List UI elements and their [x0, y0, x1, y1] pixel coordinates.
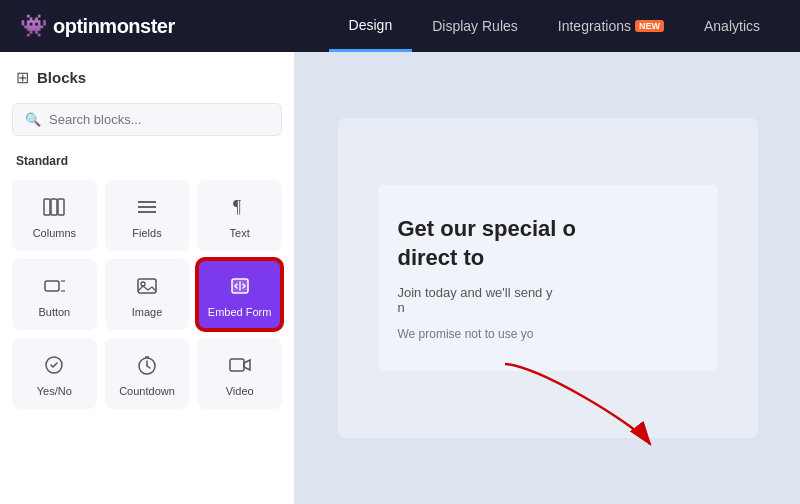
main-layout: ⊞ Blocks 🔍 Standard Columns — [0, 52, 800, 504]
columns-label: Columns — [33, 227, 76, 239]
block-button[interactable]: Button — [12, 259, 97, 330]
canvas-footer-text: We promise not to use yo — [398, 327, 534, 341]
block-yes-no[interactable]: Yes/No — [12, 338, 97, 409]
sidebar: ⊞ Blocks 🔍 Standard Columns — [0, 52, 295, 504]
canvas-heading: Get our special o direct to — [398, 215, 577, 272]
logo-text: optinmonster — [53, 15, 175, 38]
block-fields[interactable]: Fields — [105, 180, 190, 251]
block-text[interactable]: ¶ Text — [197, 180, 282, 251]
countdown-icon — [136, 354, 158, 379]
button-label: Button — [38, 306, 70, 318]
section-label: Standard — [12, 154, 282, 168]
search-input[interactable] — [49, 112, 269, 127]
new-badge: NEW — [635, 20, 664, 32]
svg-text:¶: ¶ — [233, 197, 241, 217]
logo-icon: 👾 — [20, 13, 47, 39]
image-icon — [136, 275, 158, 300]
columns-icon — [43, 196, 65, 221]
video-label: Video — [226, 385, 254, 397]
yes-no-label: Yes/No — [37, 385, 72, 397]
svg-line-17 — [147, 366, 150, 368]
embed-form-icon — [229, 275, 251, 300]
text-label: Text — [230, 227, 250, 239]
canvas-area: Get our special o direct to Join today a… — [295, 52, 800, 504]
video-icon — [229, 354, 251, 379]
yes-no-icon — [43, 354, 65, 379]
tab-analytics[interactable]: Analytics — [684, 0, 780, 52]
svg-rect-2 — [58, 199, 64, 215]
fields-label: Fields — [132, 227, 161, 239]
sidebar-header: ⊞ Blocks — [12, 68, 282, 87]
nav-tabs: Design Display Rules Integrations NEW An… — [329, 0, 780, 52]
svg-rect-19 — [230, 359, 244, 371]
block-video[interactable]: Video — [197, 338, 282, 409]
fields-icon — [136, 196, 158, 221]
block-columns[interactable]: Columns — [12, 180, 97, 251]
blocks-grid: Columns Fields ¶ — [12, 180, 282, 409]
search-icon: 🔍 — [25, 112, 41, 127]
tab-integrations[interactable]: Integrations NEW — [538, 0, 684, 52]
countdown-label: Countdown — [119, 385, 175, 397]
embed-form-label: Embed Form — [208, 306, 272, 318]
button-icon — [43, 275, 65, 300]
svg-rect-7 — [45, 281, 59, 291]
tab-design[interactable]: Design — [329, 0, 413, 52]
text-icon: ¶ — [229, 196, 251, 221]
canvas-content-box: Get our special o direct to Join today a… — [378, 185, 718, 370]
search-box[interactable]: 🔍 — [12, 103, 282, 136]
image-label: Image — [132, 306, 163, 318]
svg-rect-0 — [44, 199, 50, 215]
svg-rect-1 — [51, 199, 57, 215]
blocks-icon: ⊞ — [16, 68, 29, 87]
tab-display-rules[interactable]: Display Rules — [412, 0, 538, 52]
svg-rect-10 — [138, 279, 156, 293]
logo: 👾 optinmonster — [20, 13, 175, 39]
app-header: 👾 optinmonster Design Display Rules Inte… — [0, 0, 800, 52]
block-embed-form[interactable]: Embed Form — [197, 259, 282, 330]
canvas-subtext: Join today and we'll send y n — [398, 285, 553, 315]
block-image[interactable]: Image — [105, 259, 190, 330]
block-countdown[interactable]: Countdown — [105, 338, 190, 409]
canvas-inner: Get our special o direct to Join today a… — [338, 118, 758, 438]
sidebar-title: Blocks — [37, 69, 86, 86]
